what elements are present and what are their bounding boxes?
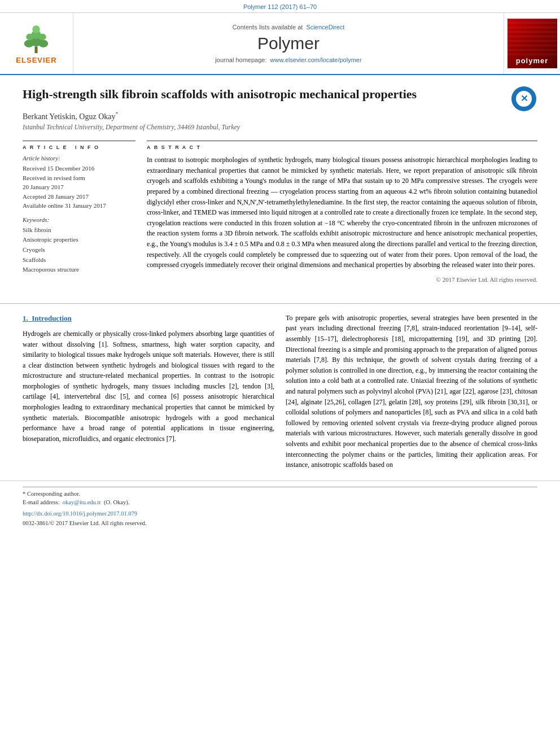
- homepage-line: journal homepage: www.elsevier.com/locat…: [215, 56, 361, 63]
- footer-divider: [23, 487, 537, 487]
- corresponding-marker: *: [116, 111, 119, 117]
- journal-ref-text: Polymer 112 (2017) 61–70: [243, 3, 317, 10]
- article-history-label: Article history:: [23, 155, 135, 161]
- svg-point-7: [33, 25, 41, 33]
- polymer-logo-section: polymer: [504, 13, 560, 74]
- keyword-1: Silk fibroin: [23, 225, 135, 235]
- svg-rect-8: [36, 49, 37, 53]
- revised-date: 20 January 2017: [23, 182, 135, 192]
- intro-right-column: To prepare gels with anisotropic propert…: [286, 313, 537, 475]
- doi-line: http://dx.doi.org/10.1016/j.polymer.2017…: [23, 509, 537, 519]
- article-footer: * Corresponding author. E-mail address: …: [0, 480, 560, 534]
- authors-text: Berkant Yetiskin, Oguz Okay: [23, 112, 116, 120]
- intro-number: 1.: [23, 314, 28, 322]
- page-container: Polymer 112 (2017) 61–70 E: [0, 0, 560, 747]
- keyword-4: Scaffolds: [23, 255, 135, 265]
- authors-line: Berkant Yetiskin, Oguz Okay*: [23, 111, 537, 121]
- intro-heading: 1. Introduction: [23, 313, 274, 324]
- body-section: 1. Introduction Hydrogels are chemically…: [0, 313, 560, 475]
- journal-header: ELSEVIER Contents lists available at Sci…: [0, 13, 560, 75]
- svg-point-2: [24, 40, 34, 47]
- intro-col1-text: Hydrogels are chemically or physically c…: [23, 329, 274, 444]
- article-info-box: A R T I C L E I N F O Article history: R…: [23, 141, 135, 274]
- crossmark-inner: ✕: [516, 91, 532, 107]
- intro-col2-text: To prepare gels with anisotropic propert…: [286, 313, 537, 470]
- email-suffix: (O. Okay).: [104, 499, 129, 505]
- crossmark-badge[interactable]: ✕: [511, 86, 537, 112]
- email-label: E-mail address:: [23, 499, 60, 505]
- keyword-2: Anisotropic properties: [23, 235, 135, 245]
- keywords-section: Keywords: Silk fibroin Anisotropic prope…: [23, 216, 135, 275]
- email-line: E-mail address: okay@itu.edu.tr (O. Okay…: [23, 498, 537, 508]
- elsevier-logo: ELSEVIER: [16, 23, 56, 64]
- elsevier-logo-section: ELSEVIER: [0, 13, 73, 74]
- svg-point-5: [27, 33, 34, 40]
- email-link[interactable]: okay@itu.edu.tr: [63, 499, 101, 505]
- online-date: Available online 31 January 2017: [23, 201, 135, 211]
- keyword-5: Macroporous structure: [23, 265, 135, 275]
- affiliation-line: Istanbul Technical University, Departmen…: [23, 123, 537, 132]
- abstract-text: In contrast to isotropic morphologies of…: [147, 155, 537, 270]
- intro-title: Introduction: [32, 314, 72, 322]
- article-title-section: High-strength silk fibroin scaffolds wit…: [23, 86, 537, 103]
- journal-reference-bar: Polymer 112 (2017) 61–70: [0, 0, 560, 13]
- sciencedirect-link[interactable]: ScienceDirect: [307, 24, 345, 30]
- article-main: High-strength silk fibroin scaffolds wit…: [0, 75, 560, 294]
- abstract-label: A B S T R A C T: [147, 145, 537, 150]
- article-title-text: High-strength silk fibroin scaffolds wit…: [23, 87, 417, 101]
- copyright-line: © 2017 Elsevier Ltd. All rights reserved…: [147, 276, 537, 283]
- revised-label: Received in revised form: [23, 173, 135, 183]
- polymer-logo-text: polymer: [516, 56, 549, 65]
- elsevier-wordmark: ELSEVIER: [16, 56, 56, 64]
- crossmark-icon: ✕: [520, 93, 528, 105]
- corresponding-note: * Corresponding author.: [23, 491, 537, 497]
- polymer-logo-background: [508, 19, 557, 55]
- homepage-link[interactable]: www.elsevier.com/locate/polymer: [270, 56, 362, 63]
- abstract-column: A B S T R A C T In contrast to isotropic…: [147, 141, 537, 283]
- content-divider: [0, 303, 560, 304]
- abstract-section: A B S T R A C T In contrast to isotropic…: [147, 141, 537, 283]
- accepted-date: Accepted 28 January 2017: [23, 192, 135, 202]
- article-info-abstract-section: A R T I C L E I N F O Article history: R…: [23, 141, 537, 283]
- homepage-prefix: journal homepage:: [215, 56, 266, 63]
- keywords-label: Keywords:: [23, 216, 135, 223]
- issn-line: 0032-3861/© 2017 Elsevier Ltd. All right…: [23, 519, 537, 528]
- doi-link[interactable]: http://dx.doi.org/10.1016/j.polymer.2017…: [23, 510, 137, 517]
- journal-title-section: Contents lists available at ScienceDirec…: [73, 13, 504, 74]
- contents-available-line: Contents lists available at ScienceDirec…: [233, 24, 345, 30]
- contents-prefix: Contents lists available at: [233, 24, 303, 30]
- intro-left-column: 1. Introduction Hydrogels are chemically…: [23, 313, 274, 475]
- crossmark-circle: ✕: [511, 86, 536, 111]
- svg-point-6: [39, 33, 47, 40]
- received-date: Received 15 December 2016: [23, 164, 135, 173]
- polymer-logo-box: polymer: [508, 19, 557, 68]
- article-info-label: A R T I C L E I N F O: [23, 145, 135, 150]
- article-info-column: A R T I C L E I N F O Article history: R…: [23, 141, 135, 283]
- keyword-3: Cryogels: [23, 245, 135, 255]
- journal-title-large: Polymer: [257, 34, 320, 53]
- svg-point-3: [39, 40, 49, 47]
- elsevier-tree-icon: [19, 23, 53, 54]
